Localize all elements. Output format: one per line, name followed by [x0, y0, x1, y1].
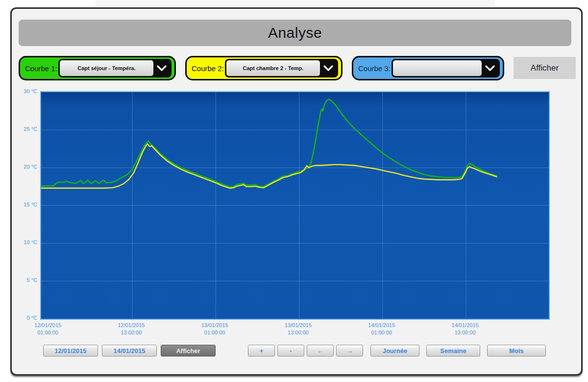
month-button[interactable]: Mois: [487, 345, 546, 357]
end-date-button[interactable]: 14/01/2015: [102, 345, 157, 357]
chevron-down-icon: [320, 60, 337, 76]
curve-2-selector-box: Courbe 2: Capt chambre 2 - Temp.: [185, 56, 343, 80]
chevron-down-icon: [482, 60, 498, 76]
afficher-range-button[interactable]: Afficher: [161, 345, 216, 357]
curve-line-2: [41, 144, 497, 188]
curve-2-label: Courbe 2:: [192, 64, 224, 73]
page-title: Analyse: [268, 25, 322, 41]
y-axis-tick: 25 °C: [13, 125, 37, 133]
zoom-in-button[interactable]: +: [248, 345, 275, 357]
x-axis-tick: 14/01/201513:00:00: [433, 322, 497, 336]
curve-3-dropdown[interactable]: [392, 59, 500, 77]
plot-area: [40, 91, 550, 320]
curve-2-dropdown-value: Capt chambre 2 - Temp.: [226, 60, 320, 76]
afficher-button[interactable]: Afficher: [514, 57, 576, 79]
curve-1-selector-box: Courbe 1: Capt séjour - Tempéra.: [19, 56, 176, 80]
x-axis-tick: 12/01/201501:00:00: [16, 322, 80, 336]
x-axis-tick: 12/01/201513:00:00: [99, 322, 163, 336]
main-panel: Analyse Courbe 1: Capt séjour - Tempéra.…: [10, 7, 583, 376]
curve-1-label: Courbe 1:: [25, 64, 57, 73]
x-axis-tick: 13/01/201513:00:00: [267, 322, 330, 336]
curve-3-selector-box: Courbe 3:: [352, 56, 504, 80]
y-axis-tick: 30 °C: [13, 87, 37, 95]
curve-3-dropdown-value: [393, 60, 482, 76]
y-axis-tick: 15 °C: [13, 201, 37, 208]
temperature-chart: [41, 92, 549, 319]
y-axis-tick: 0 °C: [13, 314, 37, 322]
header-bar: Analyse: [19, 20, 571, 46]
curve-1-dropdown[interactable]: Capt séjour - Tempéra.: [58, 59, 172, 77]
curve-2-dropdown[interactable]: Capt chambre 2 - Temp.: [225, 59, 338, 77]
day-button[interactable]: Journée: [370, 345, 419, 357]
pan-left-button[interactable]: ←: [307, 345, 334, 357]
y-axis-tick: 5 °C: [13, 276, 37, 284]
start-date-button[interactable]: 12/01/2015: [43, 345, 98, 357]
y-axis-tick: 20 °C: [13, 163, 37, 171]
x-axis-tick: 13/01/201501:00:00: [183, 322, 246, 336]
y-axis-tick: 10 °C: [13, 238, 37, 246]
curve-3-label: Courbe 3:: [358, 64, 391, 73]
curve-1-dropdown-value: Capt séjour - Tempéra.: [60, 60, 153, 76]
x-axis-tick: 14/01/201501:00:00: [350, 322, 414, 336]
curve-line-1: [41, 100, 497, 187]
page-top-strip: [96, 0, 495, 6]
week-button[interactable]: Semaine: [426, 345, 480, 357]
pan-right-button[interactable]: →: [336, 345, 363, 357]
chevron-down-icon: [153, 60, 170, 76]
zoom-out-button[interactable]: -: [277, 345, 304, 357]
